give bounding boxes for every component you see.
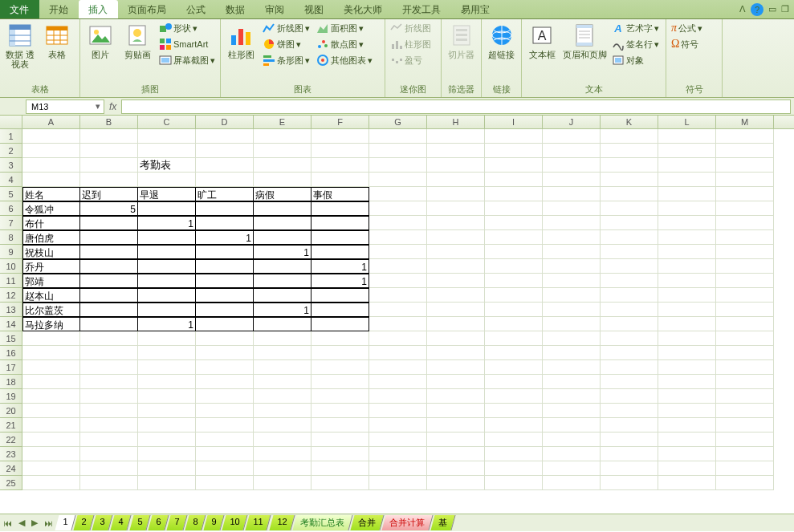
cell[interactable] [716, 274, 774, 288]
cell[interactable] [138, 288, 196, 303]
cell[interactable] [254, 461, 311, 476]
column-header[interactable]: K [601, 116, 658, 128]
cell[interactable] [254, 418, 311, 433]
cell[interactable] [716, 288, 774, 303]
cell[interactable] [22, 129, 80, 144]
cell[interactable] [80, 129, 138, 144]
table-button[interactable]: 表格 [40, 21, 74, 59]
row-header[interactable]: 23 [0, 447, 22, 461]
pivot-table-button[interactable]: 数据 透视表 [3, 21, 37, 69]
cell[interactable] [22, 404, 80, 418]
cell[interactable] [138, 259, 196, 274]
tab-menu[interactable]: 开始 [39, 0, 79, 18]
cell[interactable] [138, 360, 196, 375]
cell[interactable] [254, 476, 311, 490]
cell[interactable] [601, 360, 658, 375]
tab-menu[interactable]: 易用宝 [451, 0, 500, 18]
cell[interactable] [22, 461, 80, 476]
cell[interactable] [254, 259, 311, 274]
cell[interactable] [427, 245, 485, 259]
cell[interactable] [601, 433, 658, 447]
row-header[interactable]: 22 [0, 433, 22, 447]
cell[interactable] [311, 389, 369, 404]
cell[interactable] [658, 303, 716, 317]
row-header[interactable]: 18 [0, 375, 22, 389]
name-box[interactable]: M13▾ [26, 99, 104, 114]
cell[interactable] [543, 317, 601, 331]
cell[interactable]: 祝枝山 [22, 245, 80, 259]
cell[interactable]: 赵本山 [22, 288, 80, 303]
cell[interactable] [196, 158, 254, 173]
row-header[interactable]: 6 [0, 201, 22, 216]
symbol-button[interactable]: Ω 符号 [670, 37, 704, 51]
cell[interactable] [80, 303, 138, 317]
cell[interactable] [658, 129, 716, 144]
cell[interactable] [543, 389, 601, 404]
cell[interactable] [658, 230, 716, 245]
cell[interactable] [254, 433, 311, 447]
cell[interactable] [80, 144, 138, 158]
cell[interactable] [716, 461, 774, 476]
cell[interactable] [311, 375, 369, 389]
cell[interactable] [80, 418, 138, 433]
cell[interactable] [369, 201, 427, 216]
cell[interactable] [369, 216, 427, 230]
cell[interactable] [311, 216, 369, 230]
line-chart-button[interactable]: 折线图 ▾ [261, 21, 311, 35]
cell[interactable] [80, 360, 138, 375]
textbox-button[interactable]: A 文本框 [525, 21, 559, 59]
cell[interactable] [543, 259, 601, 274]
cell[interactable] [311, 418, 369, 433]
cell[interactable] [138, 201, 196, 216]
cell[interactable] [369, 288, 427, 303]
cell[interactable]: 考勤表 [138, 158, 196, 173]
cell[interactable] [311, 303, 369, 317]
cell[interactable]: 唐伯虎 [22, 230, 80, 245]
cell[interactable] [254, 360, 311, 375]
row-header[interactable]: 13 [0, 303, 22, 317]
cell[interactable] [22, 144, 80, 158]
sheet-tab[interactable]: 11 [246, 515, 271, 530]
row-header[interactable]: 25 [0, 476, 22, 490]
cell[interactable] [22, 447, 80, 461]
cell[interactable] [311, 129, 369, 144]
cell[interactable] [138, 476, 196, 490]
cell[interactable] [254, 331, 311, 346]
cell[interactable] [543, 303, 601, 317]
cell[interactable] [196, 144, 254, 158]
cell[interactable] [22, 433, 80, 447]
row-header[interactable]: 5 [0, 187, 22, 201]
cell[interactable] [138, 129, 196, 144]
cell[interactable] [22, 346, 80, 360]
cell[interactable] [22, 331, 80, 346]
cell[interactable] [543, 173, 601, 187]
cell[interactable] [138, 346, 196, 360]
cell[interactable] [601, 158, 658, 173]
cell[interactable] [601, 404, 658, 418]
other-chart-button[interactable]: 其他图表 ▾ [315, 53, 374, 67]
cell[interactable] [658, 274, 716, 288]
cell[interactable]: 1 [311, 274, 369, 288]
sheet-tab[interactable]: 合并 [350, 515, 384, 530]
cell[interactable] [196, 389, 254, 404]
screenshot-button[interactable]: 屏幕截图 ▾ [157, 53, 217, 67]
scatter-chart-button[interactable]: 散点图 ▾ [315, 37, 374, 51]
cell[interactable] [80, 433, 138, 447]
picture-button[interactable]: 图片 [83, 21, 117, 59]
cell[interactable] [196, 274, 254, 288]
window-min-icon[interactable]: ▭ [768, 4, 776, 14]
cell[interactable] [658, 216, 716, 230]
cell[interactable] [311, 447, 369, 461]
cell[interactable] [716, 317, 774, 331]
sheet-tab[interactable]: 10 [222, 515, 248, 530]
cell[interactable] [427, 274, 485, 288]
cell[interactable] [369, 433, 427, 447]
cell[interactable] [138, 230, 196, 245]
cell[interactable] [601, 389, 658, 404]
cell[interactable] [369, 274, 427, 288]
tab-menu[interactable]: 数据 [216, 0, 255, 18]
cell[interactable] [427, 418, 485, 433]
cell[interactable] [80, 461, 138, 476]
cell[interactable] [311, 461, 369, 476]
cell[interactable] [485, 288, 543, 303]
